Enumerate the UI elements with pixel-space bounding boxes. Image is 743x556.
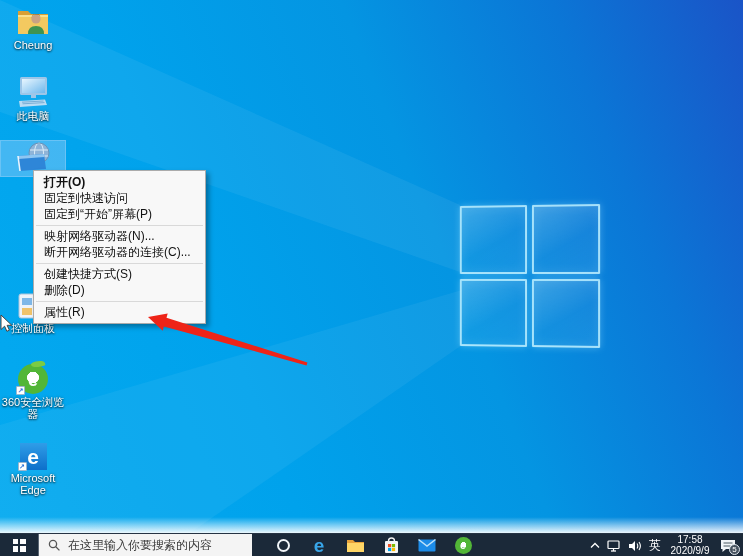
hidden-icons-chevron[interactable] <box>586 534 603 556</box>
windows-logo-pane <box>460 278 527 346</box>
e-glyph: e <box>28 371 38 389</box>
search-icon <box>48 539 61 552</box>
desktop-icon-edge[interactable]: e ↗ Microsoft Edge <box>1 440 65 496</box>
screen: Cheung 此电脑 <box>0 0 743 556</box>
desktop-icon-label: Cheung <box>14 39 53 51</box>
menu-item-disconnect-network-drive[interactable]: 断开网络驱动器的连接(C)... <box>34 244 205 260</box>
menu-item-create-shortcut[interactable]: 创建快捷方式(S) <box>34 266 205 282</box>
windows-logo-icon <box>13 539 26 552</box>
edge-taskbar-button[interactable]: e <box>301 534 337 556</box>
taskbar-search-input[interactable]: 在这里输入你要搜索的内容 <box>38 534 252 556</box>
network-tray-button[interactable] <box>603 534 624 556</box>
menu-item-open[interactable]: 打开(O) <box>34 174 205 190</box>
360-browser-icon: e ↗ <box>14 360 52 394</box>
windows-logo-pane <box>460 205 527 273</box>
desktop-icon-user-folder[interactable]: Cheung <box>1 5 65 51</box>
desktop-icon-label: 360安全浏览器 <box>1 396 65 420</box>
menu-item-pin-start[interactable]: 固定到“开始”屏幕(P) <box>34 206 205 222</box>
chevron-up-icon <box>590 542 600 549</box>
mail-button[interactable] <box>409 534 445 556</box>
desktop-icon-label: 此电脑 <box>17 110 50 122</box>
input-language-indicator[interactable]: 英 <box>645 534 665 556</box>
windows-logo-pane <box>531 279 600 348</box>
mail-icon <box>418 539 436 552</box>
edge-icon: e <box>314 536 325 555</box>
menu-separator <box>36 225 203 226</box>
menu-item-delete[interactable]: 删除(D) <box>34 282 205 298</box>
shortcut-arrow-badge: ↗ <box>16 386 25 395</box>
shortcut-arrow-badge: ↗ <box>18 462 27 471</box>
start-button[interactable] <box>0 534 38 556</box>
360-browser-icon: e <box>455 537 472 554</box>
taskbar-clock[interactable]: 17:58 2020/9/9 <box>665 534 715 556</box>
search-placeholder: 在这里输入你要搜索的内容 <box>68 537 212 554</box>
network-icon <box>14 141 52 173</box>
action-center-button[interactable]: 5 <box>715 534 741 556</box>
microsoft-store-button[interactable] <box>373 534 409 556</box>
menu-item-map-network-drive[interactable]: 映射网络驱动器(N)... <box>34 228 205 244</box>
desktop-icon-this-pc[interactable]: 此电脑 <box>1 76 65 122</box>
desktop-icon-label: Microsoft Edge <box>1 472 65 496</box>
store-icon <box>384 537 399 554</box>
taskbar: 在这里输入你要搜索的内容 e <box>0 533 743 556</box>
taskbar-app-icons: e <box>265 534 481 556</box>
folder-icon <box>346 538 365 553</box>
menu-item-pin-quick-access[interactable]: 固定到快速访问 <box>34 190 205 206</box>
desktop: Cheung 此电脑 <box>0 0 743 533</box>
menu-separator <box>36 301 203 302</box>
cortana-button[interactable] <box>265 534 301 556</box>
menu-separator <box>36 263 203 264</box>
leaf-accent <box>30 359 45 368</box>
360-browser-taskbar-button[interactable]: e <box>445 534 481 556</box>
notification-count-badge: 5 <box>729 544 740 555</box>
this-pc-icon <box>14 76 52 108</box>
menu-item-properties[interactable]: 属性(R) <box>34 304 205 320</box>
user-folder-icon <box>14 5 52 37</box>
windows-logo-wallpaper <box>460 204 600 348</box>
windows-logo-pane <box>531 204 600 273</box>
clock-time: 17:58 <box>671 535 710 546</box>
desktop-icon-360-browser[interactable]: e ↗ 360安全浏览器 <box>1 360 65 420</box>
speaker-icon <box>628 540 642 552</box>
volume-tray-button[interactable] <box>624 534 645 556</box>
cortana-icon <box>277 539 290 552</box>
e-glyph: e <box>27 446 39 467</box>
system-tray: 英 17:58 2020/9/9 5 <box>586 534 741 556</box>
context-menu: 打开(O) 固定到快速访问 固定到“开始”屏幕(P) 映射网络驱动器(N)...… <box>33 170 206 324</box>
ethernet-icon <box>606 540 621 552</box>
clock-date: 2020/9/9 <box>671 546 710 556</box>
file-explorer-button[interactable] <box>337 534 373 556</box>
edge-icon: e ↗ <box>14 440 52 470</box>
